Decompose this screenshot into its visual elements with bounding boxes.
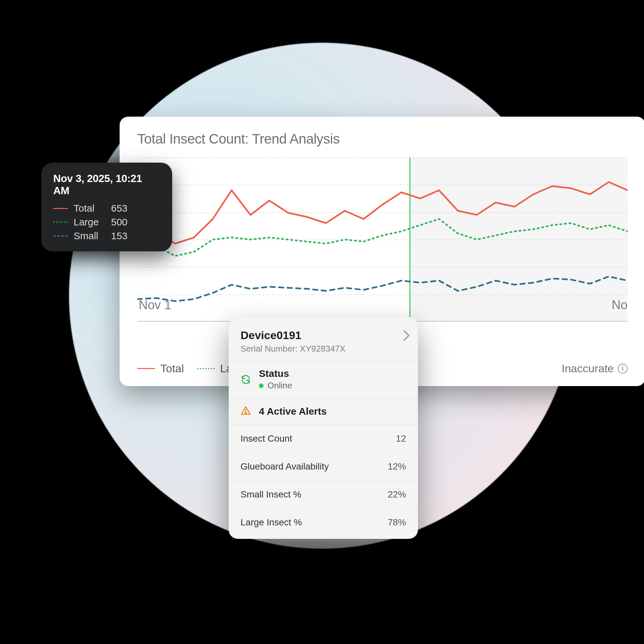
metric-label: Insect Count	[241, 433, 292, 444]
status-dot-icon	[259, 383, 264, 388]
metric-value: 12	[396, 433, 406, 444]
info-icon[interactable]: i	[618, 364, 628, 374]
metric-row-large-pct: Large Insect % 78%	[229, 508, 418, 536]
legend-swatch-large	[197, 368, 215, 369]
legend-label: Inaccurate	[562, 362, 614, 375]
alerts-count: 4 Active Alerts	[259, 406, 327, 417]
metric-value: 78%	[388, 517, 406, 528]
chart-tooltip: Nov 3, 2025, 10:21 AM Total 653 Large 50…	[41, 163, 172, 251]
x-tick: No	[611, 298, 628, 312]
device-status-row: Status Online	[229, 360, 418, 398]
metric-row-insect-count: Insect Count 12	[229, 425, 418, 452]
legend-label: Total	[160, 362, 184, 375]
device-name: Device0191	[241, 329, 406, 342]
device-detail-card[interactable]: Device0191 Serial Number: XY928347X Stat…	[229, 317, 418, 539]
device-serial: Serial Number: XY928347X	[241, 344, 406, 354]
tooltip-label: Total	[74, 203, 105, 214]
warning-triangle-icon	[241, 405, 251, 417]
tooltip-label: Large	[74, 217, 105, 228]
metric-label: Glueboard Availability	[241, 461, 329, 472]
legend-swatch-small	[53, 235, 68, 237]
tooltip-value: 500	[111, 217, 127, 228]
decorative-shadow	[177, 542, 473, 598]
device-header[interactable]: Device0191 Serial Number: XY928347X	[229, 317, 418, 360]
status-heading: Status	[259, 368, 292, 379]
chart-x-ticks: Nov 1 No	[137, 298, 628, 312]
legend-swatch-large	[53, 221, 68, 223]
legend-swatch-total	[137, 368, 155, 369]
device-alerts-row[interactable]: 4 Active Alerts	[229, 398, 418, 425]
tooltip-row-large: Large 500	[53, 217, 160, 228]
chart-plot-area[interactable]	[137, 157, 628, 322]
metric-value: 22%	[388, 489, 406, 500]
metric-row-glueboard: Glueboard Availability 12%	[229, 452, 418, 480]
tooltip-row-small: Small 153	[53, 230, 160, 241]
legend-swatch-total	[53, 208, 68, 209]
metric-label: Small Insect %	[241, 489, 301, 500]
sync-icon	[241, 374, 251, 385]
tooltip-date: Nov 3, 2025, 10:21 AM	[53, 173, 160, 197]
metric-label: Large Insect %	[241, 517, 302, 528]
metric-value: 12%	[388, 461, 406, 472]
legend-inaccurate[interactable]: Inaccurate i	[562, 362, 628, 375]
svg-point-1	[245, 412, 246, 413]
tooltip-value: 653	[111, 203, 127, 214]
tooltip-value: 153	[111, 230, 127, 241]
x-tick: Nov 1	[139, 298, 171, 312]
legend-item-total[interactable]: Total	[137, 362, 184, 375]
tooltip-label: Small	[74, 230, 105, 241]
status-value: Online	[267, 380, 292, 391]
chart-title: Total Insect Count: Trend Analysis	[120, 117, 644, 151]
chart-lines-svg	[137, 157, 628, 322]
metric-row-small-pct: Small Insect % 22%	[229, 480, 418, 508]
tooltip-row-total: Total 653	[53, 203, 160, 214]
